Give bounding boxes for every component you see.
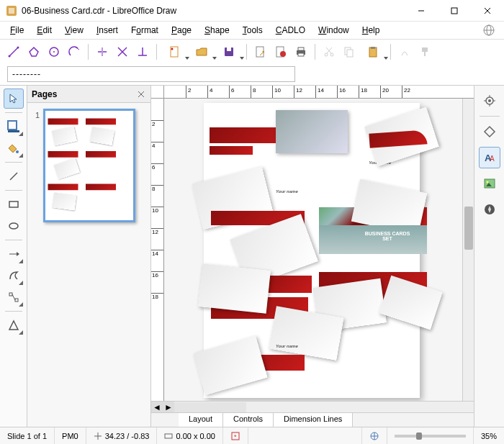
svg-point-49 <box>9 223 18 229</box>
pages-panel-close[interactable] <box>136 89 146 99</box>
fill-color-tool[interactable] <box>4 117 24 137</box>
text-yourname: Your name <box>276 189 298 194</box>
format-paint-icon[interactable] <box>415 42 434 61</box>
svg-rect-52 <box>9 293 12 296</box>
svg-marker-12 <box>30 47 38 56</box>
save-icon[interactable] <box>216 42 242 61</box>
page-artboard: Your name Your name BUSINESS CARDSSET BU… <box>204 103 420 398</box>
pages-panel-header: Pages <box>27 86 150 103</box>
curve-tool[interactable] <box>4 266 24 286</box>
tab-dimension-lines[interactable]: Dimension Lines <box>274 413 353 427</box>
menu-format[interactable]: Format <box>125 24 164 37</box>
intersect-tool-icon[interactable] <box>113 42 132 61</box>
export-pdf-icon[interactable] <box>271 42 290 61</box>
globe-icon[interactable] <box>482 24 495 37</box>
status-zoom[interactable]: 35% <box>474 427 504 444</box>
vertical-scrollbar[interactable] <box>462 99 474 401</box>
menu-cadlo[interactable]: CADLO <box>270 24 311 37</box>
copy-icon[interactable] <box>340 42 359 61</box>
horizontal-scrollbar[interactable]: ◄► <box>151 401 474 412</box>
arrow-line-tool[interactable] <box>4 244 24 264</box>
svg-marker-64 <box>485 127 495 137</box>
svg-marker-55 <box>9 321 18 330</box>
pages-panel: Pages 1 <box>27 86 151 427</box>
svg-point-11 <box>17 46 19 48</box>
paint-bucket-tool[interactable] <box>4 138 24 158</box>
select-tool[interactable] <box>4 89 24 109</box>
menu-edit[interactable]: Edit <box>31 24 58 37</box>
titlebar: 06-Business Card.cdr - LibreOffice Draw <box>0 0 504 22</box>
statusbar: Slide 1 of 1 PM0 34.23 / -0.83 0.00 x 0.… <box>0 427 504 444</box>
layer-tabs: Layout Controls Dimension Lines <box>151 412 474 427</box>
rectangle-tool[interactable] <box>4 194 24 214</box>
window-title: 06-Business Card.cdr - LibreOffice Draw <box>22 6 405 16</box>
svg-point-68 <box>486 181 488 184</box>
svg-point-14 <box>53 51 55 53</box>
open-icon[interactable] <box>189 42 215 61</box>
circle-tool-icon[interactable] <box>45 42 63 61</box>
svg-rect-44 <box>8 121 17 130</box>
svg-rect-41 <box>371 47 375 49</box>
cut-icon[interactable] <box>320 42 338 61</box>
status-fit-icon[interactable] <box>362 427 387 444</box>
svg-line-47 <box>10 173 17 180</box>
svg-rect-74 <box>165 434 172 438</box>
close-button[interactable] <box>471 0 504 22</box>
menu-file[interactable]: File <box>4 24 30 37</box>
svg-rect-67 <box>485 179 495 188</box>
status-master: PM0 <box>55 427 86 444</box>
page-thumbnail[interactable]: 1 <box>43 109 135 222</box>
menu-page[interactable]: Page <box>166 24 197 37</box>
line-draw-tool[interactable] <box>4 166 24 186</box>
arc-tool-icon[interactable] <box>65 42 84 61</box>
minimize-button[interactable] <box>405 0 438 22</box>
tab-controls[interactable]: Controls <box>223 413 274 427</box>
svg-rect-53 <box>15 299 18 302</box>
svg-line-36 <box>327 47 332 53</box>
line-style-input[interactable] <box>7 66 295 82</box>
clone-icon[interactable] <box>395 42 414 61</box>
svg-line-9 <box>9 47 18 56</box>
pages-panel-title: Pages <box>32 89 57 99</box>
menu-shape[interactable]: Shape <box>199 24 235 37</box>
svg-rect-3 <box>451 8 457 14</box>
app-icon <box>6 5 17 17</box>
sidebar-gallery-icon[interactable] <box>479 173 500 194</box>
status-size: 0.00 x 0.00 <box>157 427 222 444</box>
svg-line-54 <box>12 294 15 300</box>
basic-shapes-tool[interactable] <box>4 315 24 335</box>
toolbar <box>0 39 504 63</box>
polygon-tool-icon[interactable] <box>24 42 43 61</box>
menu-window[interactable]: Window <box>312 24 355 37</box>
print-icon[interactable] <box>292 42 310 61</box>
sidebar-settings-icon[interactable] <box>479 90 500 112</box>
sidebar-properties-icon[interactable] <box>479 121 500 142</box>
trim-tool-icon[interactable] <box>93 42 112 61</box>
sidebar-styles-icon[interactable]: AA <box>479 147 500 168</box>
menu-view[interactable]: View <box>59 24 89 37</box>
sidebar-navigator-icon[interactable] <box>479 199 500 220</box>
svg-point-59 <box>488 99 491 102</box>
paste-icon[interactable] <box>360 42 386 61</box>
svg-text:*: * <box>234 433 237 440</box>
svg-point-10 <box>9 55 11 57</box>
tab-layout[interactable]: Layout <box>179 413 223 427</box>
menu-insert[interactable]: Insert <box>91 24 124 37</box>
maximize-button[interactable] <box>438 0 471 22</box>
zoom-slider[interactable] <box>387 427 474 444</box>
connector-tool[interactable] <box>4 287 24 307</box>
menu-tools[interactable]: Tools <box>237 24 269 37</box>
status-slide: Slide 1 of 1 <box>0 427 55 444</box>
ellipse-tool[interactable] <box>4 216 24 236</box>
new-doc-icon[interactable] <box>161 42 187 61</box>
text-yourname: Your name <box>276 344 298 348</box>
export-icon[interactable] <box>251 42 270 61</box>
canvas-area: 2 4 6 8 10 12 14 16 18 20 22 2 4 6 8 10 … <box>151 86 474 427</box>
line-tool-icon[interactable] <box>4 42 23 61</box>
menu-help[interactable]: Help <box>356 24 386 37</box>
status-save-indicator[interactable]: * <box>223 427 248 444</box>
svg-marker-51 <box>17 252 19 256</box>
status-spacer <box>248 427 362 444</box>
drawing-canvas[interactable]: Your name Your name BUSINESS CARDSSET BU… <box>164 99 462 401</box>
perpendicular-tool-icon[interactable] <box>133 42 152 61</box>
